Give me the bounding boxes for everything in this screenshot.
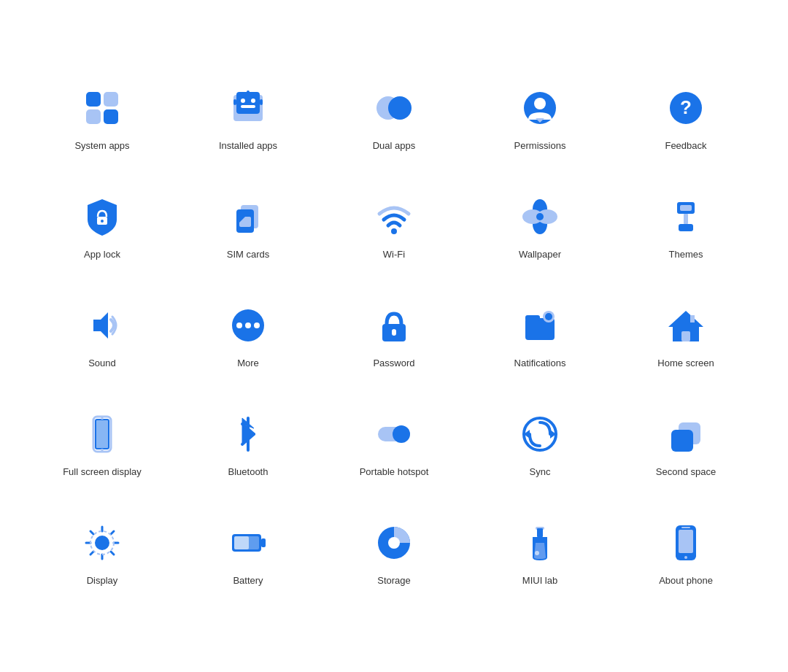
grid-item-app-lock[interactable]: App lock bbox=[29, 173, 175, 282]
svg-point-20 bbox=[101, 220, 104, 223]
grid-item-portable-hotspot[interactable]: Portable hotspot bbox=[321, 390, 467, 499]
more-icon bbox=[225, 302, 271, 349]
svg-line-71 bbox=[90, 531, 93, 534]
permissions-label: Permissions bbox=[514, 140, 566, 152]
grid-item-display[interactable]: Display bbox=[29, 499, 175, 608]
svg-line-72 bbox=[111, 552, 114, 555]
feedback-label: Feedback bbox=[665, 140, 706, 152]
about-phone-label: About phone bbox=[659, 575, 713, 587]
grid-item-storage[interactable]: Storage bbox=[321, 499, 467, 608]
grid-item-battery[interactable]: Battery bbox=[175, 499, 321, 608]
svg-point-13 bbox=[388, 96, 412, 120]
battery-label: Battery bbox=[233, 575, 263, 587]
permissions-icon bbox=[517, 85, 563, 131]
grid-item-system-apps[interactable]: System apps bbox=[29, 64, 175, 173]
svg-rect-2 bbox=[86, 109, 101, 124]
app-lock-label: App lock bbox=[84, 249, 120, 261]
svg-rect-65 bbox=[671, 430, 693, 452]
sound-icon bbox=[79, 302, 125, 349]
portable-hotspot-icon bbox=[371, 411, 417, 457]
notifications-label: Natifications bbox=[514, 358, 566, 370]
settings-grid: System apps Installed apps bbox=[0, 50, 788, 622]
miui-lab-label: MIUI lab bbox=[522, 575, 557, 587]
svg-line-73 bbox=[111, 531, 114, 534]
second-space-icon bbox=[663, 411, 709, 457]
installed-apps-label: Installed apps bbox=[219, 140, 277, 152]
grid-item-wallpaper[interactable]: Wallpaper bbox=[467, 173, 613, 282]
grid-item-home-screen[interactable]: Home screen bbox=[613, 282, 759, 390]
full-screen-display-icon bbox=[79, 411, 125, 457]
sync-label: Sync bbox=[530, 466, 551, 479]
system-apps-label: System apps bbox=[74, 140, 129, 152]
password-icon bbox=[371, 302, 417, 349]
svg-rect-11 bbox=[260, 99, 263, 105]
grid-item-more[interactable]: More bbox=[175, 282, 321, 390]
feedback-icon: ? bbox=[663, 85, 709, 131]
svg-rect-32 bbox=[680, 205, 692, 211]
svg-point-66 bbox=[95, 536, 109, 550]
grid-item-feedback[interactable]: ? Feedback bbox=[613, 64, 759, 173]
wallpaper-icon bbox=[517, 193, 563, 240]
grid-item-permissions[interactable]: Permissions bbox=[467, 64, 613, 173]
full-screen-display-label: Full screen display bbox=[63, 466, 142, 479]
grid-item-password[interactable]: Password bbox=[321, 282, 467, 390]
grid-item-bluetooth[interactable]: Bluetooth bbox=[175, 390, 321, 499]
svg-rect-5 bbox=[236, 92, 260, 114]
grid-item-themes[interactable]: Themes bbox=[613, 173, 759, 282]
svg-rect-88 bbox=[681, 527, 690, 528]
svg-marker-35 bbox=[93, 312, 108, 339]
svg-point-7 bbox=[251, 99, 255, 103]
svg-point-37 bbox=[236, 323, 242, 328]
svg-point-38 bbox=[245, 323, 251, 328]
grid-item-sim-cards[interactable]: SIM cards bbox=[175, 173, 321, 282]
grid-item-dual-apps[interactable]: Dual apps bbox=[321, 64, 467, 173]
home-screen-icon bbox=[663, 302, 709, 349]
svg-rect-33 bbox=[684, 214, 688, 224]
svg-rect-86 bbox=[679, 530, 693, 553]
svg-rect-44 bbox=[525, 315, 540, 321]
svg-text:?: ? bbox=[680, 96, 692, 118]
svg-point-81 bbox=[388, 537, 400, 549]
sim-cards-icon bbox=[225, 193, 271, 240]
storage-icon bbox=[371, 520, 417, 566]
grid-item-notifications[interactable]: Natifications bbox=[467, 282, 613, 390]
svg-rect-77 bbox=[261, 538, 266, 547]
more-label: More bbox=[237, 358, 259, 370]
themes-icon bbox=[663, 193, 709, 240]
about-phone-icon bbox=[663, 520, 709, 566]
svg-rect-49 bbox=[690, 315, 695, 323]
display-icon bbox=[79, 520, 125, 566]
notifications-icon bbox=[517, 302, 563, 349]
second-space-label: Second space bbox=[656, 466, 716, 479]
svg-rect-3 bbox=[104, 109, 118, 124]
svg-rect-9 bbox=[247, 90, 250, 93]
svg-rect-79 bbox=[234, 536, 249, 549]
grid-item-miui-lab[interactable]: MIUI lab bbox=[467, 499, 613, 608]
sync-icon bbox=[517, 411, 563, 457]
grid-item-full-screen-display[interactable]: Full screen display bbox=[29, 390, 175, 499]
dual-apps-icon bbox=[371, 85, 417, 131]
grid-item-second-space[interactable]: Second space bbox=[613, 390, 759, 499]
svg-point-15 bbox=[534, 98, 546, 109]
battery-icon bbox=[225, 520, 271, 566]
bluetooth-label: Bluetooth bbox=[228, 466, 269, 479]
installed-apps-icon bbox=[225, 85, 271, 131]
grid-item-about-phone[interactable]: About phone bbox=[613, 499, 759, 608]
app-lock-icon bbox=[79, 193, 125, 240]
svg-rect-10 bbox=[233, 99, 236, 105]
svg-point-87 bbox=[684, 556, 687, 559]
miui-lab-icon bbox=[517, 520, 563, 566]
svg-point-84 bbox=[535, 551, 539, 555]
svg-line-74 bbox=[90, 552, 93, 555]
grid-item-wifi[interactable]: Wi-Fi bbox=[321, 173, 467, 282]
grid-item-sound[interactable]: Sound bbox=[29, 282, 175, 390]
svg-point-30 bbox=[536, 213, 544, 220]
svg-rect-83 bbox=[537, 528, 543, 537]
svg-point-6 bbox=[241, 99, 245, 103]
system-apps-icon bbox=[79, 85, 125, 131]
svg-point-60 bbox=[393, 425, 410, 443]
password-label: Password bbox=[373, 358, 414, 370]
grid-item-installed-apps[interactable]: Installed apps bbox=[175, 64, 321, 173]
sound-label: Sound bbox=[88, 358, 116, 370]
grid-item-sync[interactable]: Sync bbox=[467, 390, 613, 499]
